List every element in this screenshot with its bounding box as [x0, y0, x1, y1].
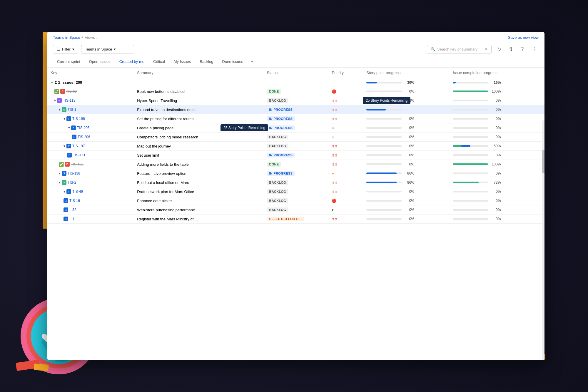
- issue-key-label[interactable]: TIS-49: [72, 190, 83, 194]
- table-row[interactable]: ▾ T TIS-196 Set the pricing for differen…: [47, 114, 544, 123]
- expand-chevron-icon[interactable]: ▾: [64, 144, 65, 148]
- done-check-icon: ✅: [59, 162, 64, 167]
- issue-key-label[interactable]: TIS-113: [63, 98, 76, 103]
- task-type-icon: T: [66, 144, 71, 148]
- project-select[interactable]: Teams in Space ▾: [81, 45, 134, 53]
- more-options-button[interactable]: ⋮: [530, 45, 539, 53]
- completion-progress-cell: 50%: [449, 142, 544, 151]
- table-row[interactable]: ✅ B TIS-63 Book now button is disabled D…: [47, 87, 544, 96]
- story-type-icon: S: [62, 171, 66, 176]
- save-as-new-view-link[interactable]: Save as new view: [508, 35, 539, 40]
- sort-button[interactable]: ⇅: [506, 45, 515, 53]
- story-type-icon: S: [62, 107, 66, 112]
- priority-cell: 🔴: [328, 87, 363, 96]
- completion-progress-cell: 0%: [449, 187, 544, 196]
- filter-button[interactable]: ☰ Filter ▾: [53, 45, 78, 53]
- expand-chevron-icon[interactable]: ▾: [64, 117, 65, 121]
- filter-chevron-icon: ▾: [72, 47, 74, 51]
- expand-chevron-icon[interactable]: ▾: [59, 108, 61, 112]
- completion-progress-cell: 0%: [449, 105, 544, 114]
- bug-type-icon: B: [60, 89, 65, 94]
- project-select-chevron-icon: ▾: [114, 47, 116, 51]
- issue-key-label[interactable]: TIS-161: [73, 153, 86, 157]
- table-row[interactable]: □ ...32 Web-store purchasing performanc.…: [47, 205, 544, 215]
- story-type-icon: S: [62, 180, 66, 185]
- refresh-button[interactable]: ↻: [495, 45, 503, 53]
- issue-key-label[interactable]: TIS-1: [68, 108, 76, 112]
- table-row[interactable]: ▾ T TIS-49 Draft network plan for Mars O…: [47, 187, 544, 196]
- issue-key-label[interactable]: TIS-138: [68, 171, 80, 175]
- tab-open-issues[interactable]: Open Issues: [85, 56, 115, 67]
- key-cell: □ TIS-206: [47, 133, 133, 142]
- issue-key-label[interactable]: TIS-197: [72, 144, 85, 148]
- epic-type-icon: E: [57, 98, 62, 103]
- status-cell: IN PROGRESS: [263, 123, 328, 133]
- table-row[interactable]: □ TIS-16 Enhance date picker BACKLOG 🔴 0…: [47, 196, 544, 205]
- subtask-type-icon: □: [64, 198, 68, 203]
- expand-chevron-icon[interactable]: ▾: [64, 190, 65, 194]
- table-row[interactable]: □ ...1 Register with the Mars Ministry o…: [47, 215, 544, 224]
- key-cell: ✅ B TIS-182: [47, 160, 133, 169]
- tab-done-issues[interactable]: Done issues: [218, 56, 248, 67]
- scrollbar-thumb[interactable]: [542, 150, 544, 173]
- expand-chevron-icon[interactable]: ▾: [59, 171, 61, 175]
- issue-key-label[interactable]: TIS-205: [77, 126, 90, 130]
- help-button[interactable]: ?: [518, 45, 527, 53]
- table-row[interactable]: □ TIS-161 Set user limit IN PROGRESS ⬆⬆ …: [47, 151, 544, 160]
- issue-key-label[interactable]: TIS-63: [66, 89, 77, 93]
- table-header-row: Key Summary Status Priority Story point …: [47, 68, 544, 78]
- tab-current-sprint[interactable]: Current sprint: [53, 56, 84, 67]
- completion-progress-cell: 0%: [449, 151, 544, 160]
- completion-progress-cell: 0%: [449, 114, 544, 123]
- tab-created-by-me[interactable]: Created by me: [115, 56, 148, 67]
- table-row[interactable]: ▾ S TIS-2 Build out a local office on Ma…: [47, 178, 544, 187]
- tab-backlog[interactable]: Backlog: [196, 56, 217, 67]
- summary-cell: Create a pricing page: [133, 123, 263, 133]
- table-row[interactable]: ▾ E TIS-113 Hyper-Speed Travelling BACKL…: [47, 96, 544, 105]
- table-row-highlighted[interactable]: ▾ S TIS-1 Expand travel to destinations …: [47, 105, 544, 114]
- story-progress-cell: 0%: [363, 87, 449, 96]
- table-row[interactable]: □ TIS-206 Competitors' pricing model res…: [47, 133, 544, 142]
- project-select-label: Teams in Space: [85, 47, 112, 51]
- priority-cell: ≡: [328, 169, 363, 178]
- search-box[interactable]: 🔍 Search key or summary ✕: [427, 45, 492, 53]
- tab-my-issues[interactable]: My Issues: [170, 56, 195, 67]
- expand-chevron-icon[interactable]: ▾: [54, 98, 56, 103]
- breadcrumb-views[interactable]: Views ↓: [85, 35, 98, 40]
- status-cell: IN PROGRESS: [263, 105, 328, 114]
- search-icon: 🔍: [431, 47, 435, 51]
- story-progress-cell: 0%: [363, 215, 449, 224]
- key-cell: ▾ S TIS-1: [47, 105, 133, 114]
- tab-critical[interactable]: Critical: [149, 56, 169, 67]
- table-row[interactable]: ▾ ✓ TIS-205 Create a pricing page IN PRO…: [47, 123, 544, 133]
- issue-key-label[interactable]: TIS-196: [72, 117, 85, 121]
- issue-key-label[interactable]: TIS-206: [78, 135, 90, 139]
- expand-icon[interactable]: ↔: [51, 81, 54, 84]
- subtask-type-icon: □: [64, 207, 68, 212]
- table-row[interactable]: ▾ S TIS-138 Feature - Live preview optio…: [47, 169, 544, 178]
- table-row[interactable]: ▾ T TIS-197 Map out the journey BACKLOG …: [47, 142, 544, 151]
- breadcrumb-project[interactable]: Teams in Space: [53, 35, 80, 40]
- issue-key-label[interactable]: ...32: [69, 208, 76, 212]
- table-row[interactable]: ✅ B TIS-182 Adding more fields to the ta…: [47, 160, 544, 169]
- completion-progress-cell: 0%: [449, 205, 544, 215]
- col-completion-progress: Issue completion progress: [449, 68, 544, 78]
- issue-key-label[interactable]: ...1: [69, 217, 74, 221]
- summary-cell: Adding more fields to the table: [133, 160, 263, 169]
- scrollbar[interactable]: [542, 120, 544, 360]
- issue-key-label[interactable]: TIS-2: [68, 180, 76, 185]
- table-row-summary: ↔ Σ Σ Issues: 200 30%: [47, 78, 544, 87]
- priority-cell: ⬆⬆: [328, 114, 363, 123]
- add-tab-button[interactable]: +: [248, 56, 256, 67]
- expand-chevron-icon[interactable]: ▾: [68, 126, 70, 130]
- summary-cell: Web-store purchasing performanc...: [133, 205, 263, 215]
- issues-table-wrapper[interactable]: Key Summary Status Priority Story point …: [47, 68, 544, 360]
- key-cell: ▾ T TIS-196: [47, 114, 133, 123]
- issues-status-empty: [263, 78, 328, 87]
- issue-key-label[interactable]: TIS-182: [71, 162, 83, 166]
- issues-count-cell: ↔ Σ Σ Issues: 200: [47, 78, 133, 87]
- priority-cell: ○: [328, 123, 363, 133]
- expand-chevron-icon[interactable]: ▾: [59, 180, 61, 185]
- issue-key-label[interactable]: TIS-16: [69, 199, 80, 203]
- check-type-icon: ✓: [71, 125, 76, 130]
